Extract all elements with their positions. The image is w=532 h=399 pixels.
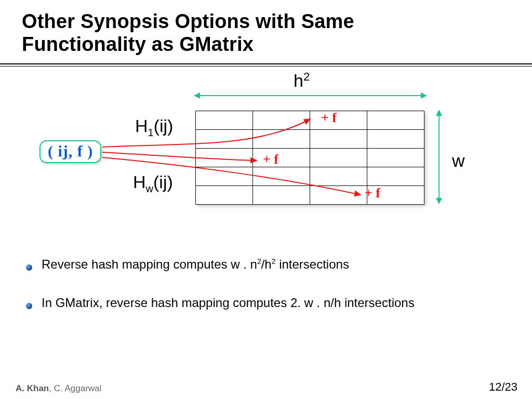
h2-exp: 2 [303,70,310,83]
hw-sub: w [146,183,153,194]
title-line-1: Other Synopsis Options with Same [22,10,354,32]
h2-base: h [294,71,303,90]
hw-H: H [133,172,146,192]
bullet-list: Reverse hash mapping computes w . n2/h2 … [26,257,415,334]
height-arrow [438,111,440,203]
plus-f-2: + f [263,152,278,167]
hw-ij-label: Hw(ij) [133,172,173,195]
divider [0,63,532,66]
slide: Other Synopsis Options with Same Functio… [0,0,532,399]
page-number: 12/23 [489,380,517,394]
width-arrow [195,95,426,96]
bullet-text-2: In GMatrix, reverse hash mapping compute… [42,296,415,310]
h1-ij-label: H1(ij) [135,116,173,139]
bullet-icon [26,264,32,271]
title-line-2: Functionality as GMatrix [22,33,254,55]
author-secondary: , C. Aggarwal [49,383,101,393]
grid-row [196,111,424,130]
hw-arg: (ij) [153,172,173,192]
grid [195,111,424,205]
h1-arg: (ij) [154,116,174,136]
bullet-text-1: Reverse hash mapping computes w . n2/h2 … [42,257,349,272]
w-label: w [452,151,465,171]
grid-row [196,130,424,149]
plus-f-1: + f [321,110,337,126]
footer-authors: A. Khan, C. Aggarwal [16,383,101,394]
bullet-item: Reverse hash mapping computes w . n2/h2 … [26,257,415,272]
ijf-box: ( ij, f ) [39,140,101,163]
grid-row [196,167,424,186]
h-squared-label: h2 [294,70,310,91]
grid-row [196,149,424,167]
bullet-icon [26,303,32,309]
h1-H: H [135,116,148,136]
author-primary: A. Khan [16,383,49,393]
grid-row [196,186,424,205]
h1-sub: 1 [148,127,154,138]
diagram: h2 w H1(ij) Hw(ij) ( ij, f ) [0,70,532,236]
plus-f-3: + f [365,185,380,201]
bullet-item: In GMatrix, reverse hash mapping compute… [26,296,415,310]
slide-title: Other Synopsis Options with Same Functio… [22,10,354,56]
